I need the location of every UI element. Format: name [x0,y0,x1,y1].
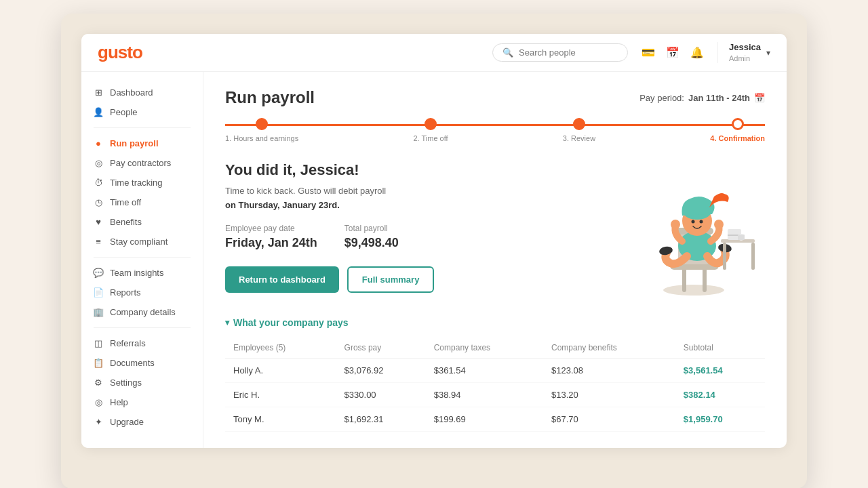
step-dot-3 [573,118,585,130]
svg-rect-2 [703,266,707,292]
step-label-2: 2. Time off [413,134,448,142]
table-body: Holly A. $3,076.92 $361.54 $123.08 $3,56… [225,359,765,432]
return-dashboard-button[interactable]: Return to dashboard [225,266,339,293]
sidebar-item-run-payroll[interactable]: ● Run payroll [81,134,203,153]
section-toggle-label: What your company pays [233,317,349,328]
toggle-chevron-icon: ▾ [225,318,229,327]
body-layout: ⊞ Dashboard 👤 People ● Run payroll ◎ P [81,72,787,448]
sidebar-item-referrals[interactable]: ◫ Referrals [81,333,203,353]
sidebar-item-team-insights[interactable]: 💬 Team insights [81,263,203,283]
cell-gross-2: $1,692.31 [336,407,426,432]
svg-rect-16 [723,243,726,270]
sidebar-label-help: Help [110,397,128,407]
sidebar-label-team-insights: Team insights [110,268,163,278]
success-text: You did it, Jessica! Time to kick back. … [225,161,616,293]
reports-icon: 📄 [94,288,103,298]
page-title: Run payroll [225,88,315,107]
help-icon: ◎ [94,398,103,407]
sidebar-item-time-off[interactable]: ◷ Time off [81,192,203,212]
team-insights-icon: 💬 [94,268,103,278]
step-1: 1. Hours and earnings [225,118,298,142]
calendar-icon[interactable]: 📅 [666,46,679,59]
pay-period: Pay period: Jan 11th - 24th 📅 [639,93,765,103]
step-3: 3. Review [563,118,595,142]
referrals-icon: ◫ [94,339,103,348]
sidebar-item-people[interactable]: 👤 People [81,102,203,122]
user-info: Jessica Admin [729,42,761,63]
sidebar-item-pay-contractors[interactable]: ◎ Pay contractors [81,153,203,173]
sidebar-item-company-details[interactable]: 🏢 Company details [81,302,203,322]
pay-date-label: Employee pay date [225,224,317,233]
cell-taxes-1: $38.94 [426,383,543,407]
pay-period-label: Pay period: [639,93,684,103]
step-label-3: 3. Review [563,134,595,142]
total-label: Total payroll [344,224,399,233]
sidebar-item-documents[interactable]: 📋 Documents [81,353,203,373]
cell-taxes-2: $199.69 [426,407,543,432]
sidebar-item-time-tracking[interactable]: ⏱ Time tracking [81,173,203,192]
user-section[interactable]: Jessica Admin ▾ [717,42,770,63]
sidebar-label-documents: Documents [110,358,155,368]
sidebar-divider-1 [94,127,191,128]
sidebar-label-settings: Settings [110,378,142,388]
time-tracking-icon: ⏱ [94,178,103,188]
user-name: Jessica [729,42,761,54]
step-dot-2 [425,118,437,130]
sidebar-item-stay-compliant[interactable]: ≡ Stay compliant [81,232,203,251]
page-header: Run payroll Pay period: Jan 11th - 24th … [225,88,765,107]
cell-name-2: Tony M. [225,407,336,432]
cell-benefits-2: $67.70 [543,407,675,432]
sidebar-label-company-details: Company details [110,307,176,317]
col-employees: Employees (5) [225,338,336,359]
sidebar-item-upgrade[interactable]: ✦ Upgrade [81,412,203,432]
sidebar-item-reports[interactable]: 📄 Reports [81,283,203,302]
success-illustration [623,161,758,297]
col-taxes: Company taxes [426,338,543,359]
search-icon: 🔍 [502,47,513,58]
step-4: 4. Confirmation [710,118,765,142]
step-dot-4 [732,118,744,130]
table-row: Tony M. $1,692.31 $199.69 $67.70 $1,959.… [225,407,765,432]
col-gross: Gross pay [336,338,426,359]
section-toggle[interactable]: ▾ What your company pays [225,317,765,328]
success-section: You did it, Jessica! Time to kick back. … [225,161,765,297]
svg-rect-17 [751,243,755,270]
table-row: Eric H. $330.00 $38.94 $13.20 $382.14 [225,383,765,407]
dashboard-icon: ⊞ [94,88,103,98]
sidebar-label-benefits: Benefits [110,217,142,227]
bell-icon[interactable]: 🔔 [690,46,704,59]
card-icon[interactable]: 💳 [642,46,655,59]
sidebar-item-help[interactable]: ◎ Help [81,392,203,412]
search-box[interactable]: 🔍 [492,43,628,62]
sidebar-divider-2 [94,257,191,258]
sidebar-label-dashboard: Dashboard [110,87,153,98]
full-summary-button[interactable]: Full summary [347,266,435,293]
cell-name-1: Eric H. [225,383,336,407]
progress-steps: 1. Hours and earnings 2. Time off 3. Rev… [225,118,765,142]
search-input[interactable] [519,47,618,58]
subtitle-line1: Time to kick back. Gusto will debit payr… [225,186,386,196]
sidebar-label-stay-compliant: Stay compliant [110,237,167,247]
header-icons: 💳 📅 🔔 [642,46,704,59]
sidebar-item-benefits[interactable]: ♥ Benefits [81,212,203,232]
people-icon: 👤 [94,108,103,117]
col-subtotal: Subtotal [675,338,765,359]
cell-benefits-1: $13.20 [543,383,675,407]
screen-wrapper: gusto 🔍 💳 📅 🔔 Jessica Admin ▾ [61,14,807,488]
step-label-1: 1. Hours and earnings [225,134,298,142]
sidebar-item-dashboard[interactable]: ⊞ Dashboard [81,83,203,102]
chevron-down-icon: ▾ [766,48,770,58]
run-payroll-icon: ● [94,139,103,148]
subtitle-line2: on Thursday, January 23rd. [225,200,340,210]
svg-point-13 [692,220,695,224]
sidebar-label-referrals: Referrals [110,338,146,348]
sidebar-group-main: ⊞ Dashboard 👤 People ● Run payroll ◎ P [81,83,203,432]
step-dot-1 [256,118,268,130]
sidebar-label-people: People [110,107,137,117]
svg-point-7 [658,245,673,256]
step-2: 2. Time off [413,118,448,142]
cell-taxes-0: $361.54 [426,359,543,383]
sidebar-item-settings[interactable]: ⚙ Settings [81,373,203,392]
pay-date-value: Friday, Jan 24th [225,236,317,250]
user-role: Admin [729,54,761,63]
